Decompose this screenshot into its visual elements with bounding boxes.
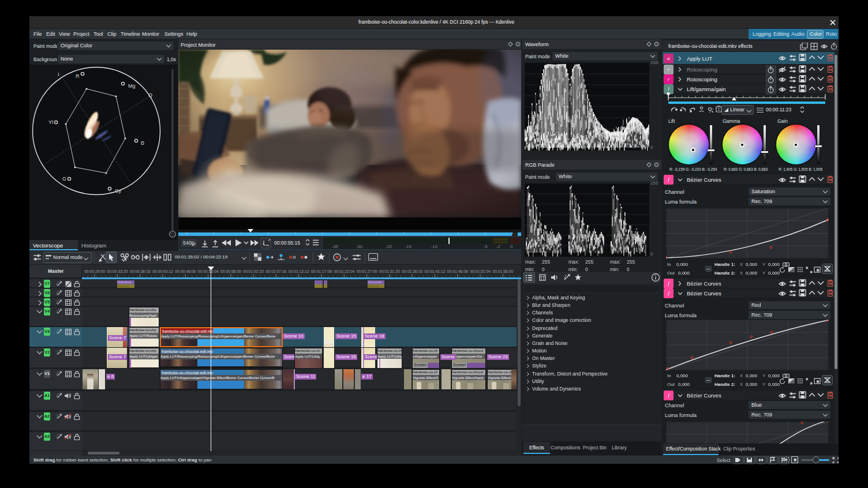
svg-text:00:00:33:20: 00:00:33:20 (107, 269, 128, 273)
svg-text:00:01:46:08: 00:01:46:08 (447, 269, 468, 273)
svg-text:Q: Q (148, 92, 152, 98)
svg-text:00:01:51:04: 00:01:51:04 (470, 269, 491, 273)
svg-text:00:00:29:00: 00:00:29:00 (84, 269, 105, 273)
svg-text:B: B (141, 140, 144, 146)
svg-text:00:01:17:08: 00:01:17:08 (311, 269, 332, 273)
svg-text:00:01:31:20: 00:01:31:20 (379, 269, 400, 273)
svg-text:00:00:43:12: 00:00:43:12 (152, 269, 173, 273)
svg-text:00:01:12:12: 00:01:12:12 (289, 269, 309, 273)
svg-text:00:00:38:16: 00:00:38:16 (130, 269, 151, 273)
svg-text:00:01:07:16: 00:01:07:16 (265, 269, 286, 273)
svg-text:00:00:58:00: 00:00:58:00 (220, 269, 241, 273)
svg-text:00:01:36:16: 00:01:36:16 (402, 269, 422, 273)
svg-text:00:01:56:00: 00:01:56:00 (492, 269, 513, 273)
svg-text:Mg: Mg (128, 83, 136, 89)
svg-text:00:01:22:04: 00:01:22:04 (334, 269, 354, 273)
svg-text:G: G (62, 176, 66, 182)
svg-text:Yl: Yl (48, 119, 53, 125)
svg-text:00:01:27:00: 00:01:27:00 (357, 269, 377, 273)
svg-text:R: R (76, 73, 80, 79)
svg-text:00:01:02:20: 00:01:02:20 (243, 269, 264, 273)
svg-text:I: I (58, 72, 59, 77)
svg-text:Cy: Cy (115, 188, 121, 194)
svg-text:00:00:48:08: 00:00:48:08 (175, 269, 196, 273)
svg-text:00:01:41:12: 00:01:41:12 (425, 269, 446, 273)
